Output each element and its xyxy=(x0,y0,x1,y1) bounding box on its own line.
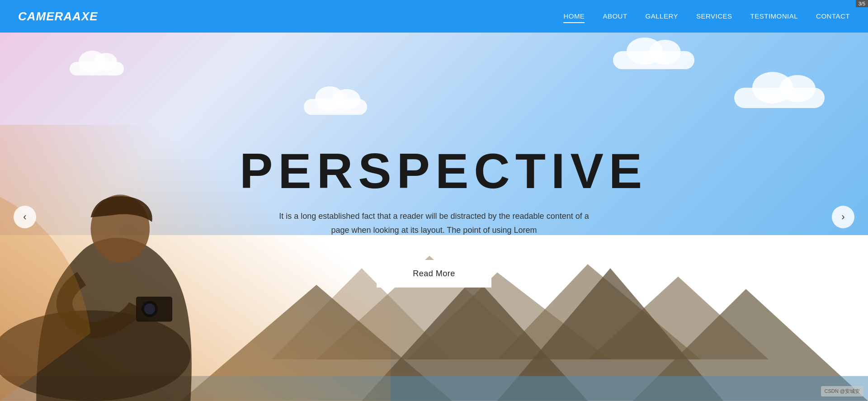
nav-link-about[interactable]: ABOUT xyxy=(603,10,627,23)
hero-title: PERSPECTIVE xyxy=(240,146,628,196)
nav-link-contact[interactable]: CONTACT xyxy=(816,10,850,23)
nav-item-home[interactable]: HOME xyxy=(563,12,585,20)
chevron-right-icon: › xyxy=(841,211,844,223)
cloud-1 xyxy=(70,62,124,75)
brand-logo[interactable]: CAMERAAXE xyxy=(18,9,98,24)
nav-link-services[interactable]: SERVICES xyxy=(696,10,732,23)
nav-item-testimonial[interactable]: TESTIMONIAL xyxy=(750,12,798,20)
hero-prev-button[interactable]: ‹ xyxy=(14,206,36,228)
hero-content: PERSPECTIVE It is a long established fac… xyxy=(231,146,637,287)
nav-link-gallery[interactable]: GALLERY xyxy=(646,10,678,23)
cloud-2 xyxy=(613,51,694,69)
hero-subtitle: It is a long established fact that a rea… xyxy=(276,209,592,237)
csdn-badge: CSDN @安城安 xyxy=(821,386,863,396)
cloud-4 xyxy=(304,99,367,115)
navbar: CAMERAAXE HOME ABOUT GALLERY SERVICES TE… xyxy=(0,0,868,33)
nav-item-services[interactable]: SERVICES xyxy=(696,12,732,20)
nav-menu: HOME ABOUT GALLERY SERVICES TESTIMONIAL … xyxy=(563,12,850,20)
read-more-button[interactable]: Read More xyxy=(377,260,491,288)
cloud-3 xyxy=(734,88,825,108)
tab-indicator: 3/5 xyxy=(856,0,868,7)
nav-item-about[interactable]: ABOUT xyxy=(603,12,627,20)
hero-next-button[interactable]: › xyxy=(832,206,854,228)
hero-section: ‹ PERSPECTIVE It is a long established f… xyxy=(0,33,868,401)
nav-link-home[interactable]: HOME xyxy=(563,10,585,23)
nav-link-testimonial[interactable]: TESTIMONIAL xyxy=(750,10,798,23)
nav-item-contact[interactable]: CONTACT xyxy=(816,12,850,20)
nav-item-gallery[interactable]: GALLERY xyxy=(646,12,678,20)
chevron-left-icon: ‹ xyxy=(23,211,26,223)
